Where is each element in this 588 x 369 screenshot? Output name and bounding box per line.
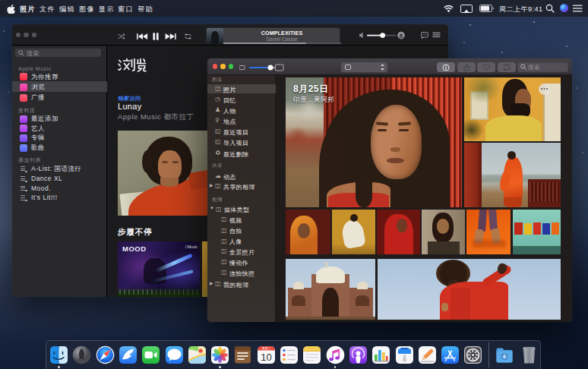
svg-text:10: 10 [261, 352, 271, 363]
svg-text:星期二: 星期二 [261, 346, 270, 350]
